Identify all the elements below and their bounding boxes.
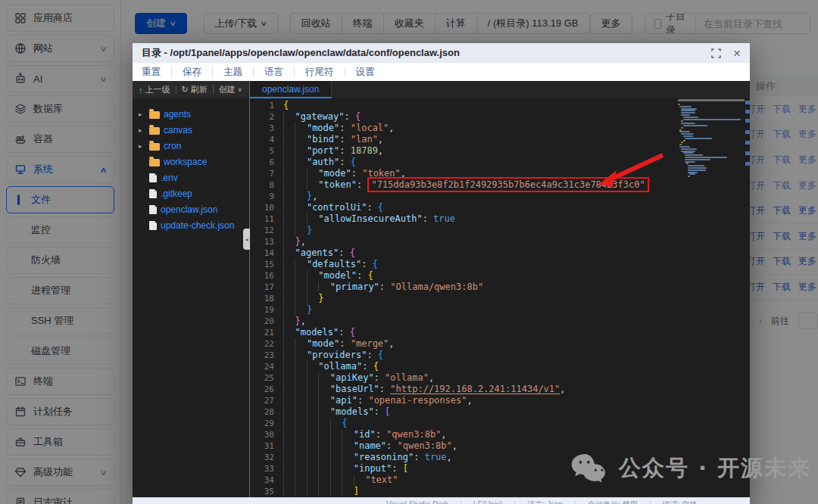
line-number: 18 [250, 293, 283, 304]
expand-arrow-icon[interactable]: ▸ [139, 110, 145, 118]
code-line: 3 "mode": "local", [250, 123, 750, 134]
status-item-2: 语言: Json [527, 499, 563, 504]
line-number: 19 [250, 304, 283, 316]
editor-toolbar-5[interactable]: 设置 [356, 66, 375, 79]
editor-toolbar: 重置保存主题语言行尾符设置 [133, 63, 750, 81]
line-number: 31 [250, 440, 283, 452]
line-number: 24 [250, 361, 283, 372]
tree-header: ↑ 上一级 ↻ 刷新 创建 ∨ [133, 81, 249, 98]
code-line: 21 "models": { [250, 327, 750, 338]
editor-toolbar-3[interactable]: 语言 [264, 66, 283, 79]
modal-header: 目录 - /opt/1panel/apps/openclaw/openclaw/… [133, 43, 750, 63]
status-item-4: 缩进: 空格 [663, 499, 698, 504]
tree-item-.env[interactable]: .env [133, 170, 249, 185]
up-level-button[interactable]: ↑ 上一级 [139, 84, 170, 95]
code-line: 26 "baseUrl": "http://192.168.2.241:1143… [250, 384, 750, 395]
line-number: 35 [250, 486, 283, 497]
code-line: 6 "auth": { [250, 157, 750, 168]
line-number: 11 [250, 213, 283, 225]
line-number: 12 [250, 225, 283, 236]
code-line: 34 "text" [250, 474, 750, 486]
line-number: 30 [250, 429, 283, 440]
tree-item-label: openclaw.json [161, 204, 217, 215]
minimap[interactable] [678, 99, 745, 178]
status-item-3: 自动换行: 禁用 [588, 499, 638, 504]
editor-modal: 目录 - /opt/1panel/apps/openclaw/openclaw/… [133, 43, 750, 504]
line-number: 23 [250, 350, 283, 361]
folder-icon [149, 143, 160, 151]
code-line: 16 "model": { [250, 270, 750, 282]
file-icon [149, 173, 157, 182]
tree-item-label: agents [164, 109, 191, 120]
code-line: 32 "reasoning": true, [250, 452, 750, 463]
file-icon [149, 221, 157, 230]
expand-arrow-icon[interactable]: ▸ [139, 126, 145, 134]
line-number: 21 [250, 327, 283, 338]
code-line: 17 "primary": "Ollama/qwen3:8b" [250, 282, 750, 293]
editor-toolbar-0[interactable]: 重置 [142, 66, 161, 79]
editor-toolbar-4[interactable]: 行尾符 [305, 66, 334, 79]
tree-item-update-check.json[interactable]: update-check.json [133, 217, 249, 233]
tree-item-label: canvas [164, 125, 192, 135]
code-line: 8 "token": "715dda93b3e8f2b1f2492935b7b6… [250, 179, 750, 191]
code-line: 35 ] [250, 486, 750, 497]
code-line: 12 } [250, 225, 750, 236]
arrow-up-icon: ↑ [139, 86, 143, 95]
tree-item-workspace[interactable]: workspace [133, 154, 249, 170]
line-number: 9 [250, 191, 283, 202]
code-line: 31 "name": "qwen3:8b", [250, 440, 750, 452]
editor-tab-bar: openclaw.json [250, 81, 750, 98]
code-line: 19 } [250, 304, 750, 316]
code-line: 13 }, [250, 236, 750, 247]
panel-collapse-handle[interactable]: ◂ [243, 229, 250, 250]
code-line: 18 } [250, 293, 750, 304]
code-line: 23 "providers": { [250, 350, 750, 361]
code-line: 11 "allowInsecureAuth": true [250, 213, 750, 225]
line-number: 13 [250, 236, 283, 247]
tree-item-openclaw.json[interactable]: openclaw.json [133, 201, 249, 217]
code-line: 27 "api": "openai-responses", [250, 395, 750, 406]
editor-toolbar-2[interactable]: 主题 [223, 66, 242, 79]
tree-item-label: .env [161, 173, 178, 183]
overview-ruler [745, 98, 750, 497]
code-line: 30 "id": "qwen3:8b", [250, 429, 750, 440]
tree-item-label: .gitkeep [161, 188, 192, 199]
line-number: 7 [250, 168, 283, 179]
code-line: 33 "input": [ [250, 463, 750, 474]
code-line: 4 "bind": "lan", [250, 134, 750, 145]
line-number: 26 [250, 384, 283, 395]
code-line: 29 { [250, 418, 750, 429]
file-icon [149, 205, 157, 214]
line-number: 3 [250, 123, 283, 134]
line-number: 4 [250, 134, 283, 145]
line-number: 15 [250, 259, 283, 270]
refresh-button[interactable]: ↻ 刷新 [182, 84, 208, 95]
tree-item-.gitkeep[interactable]: .gitkeep [133, 185, 249, 201]
tree-item-label: update-check.json [161, 220, 234, 231]
line-number: 2 [250, 111, 283, 123]
file-icon [149, 189, 157, 198]
code-line: 20 }, [250, 316, 750, 327]
close-icon[interactable]: × [733, 47, 741, 60]
editor-toolbar-1[interactable]: 保存 [183, 66, 201, 79]
tree-item-cron[interactable]: ▸cron [133, 138, 249, 154]
code-editor[interactable]: 1{2 "gateway": {3 "mode": "local",4 "bin… [250, 98, 750, 497]
folder-icon [149, 159, 160, 166]
code-line: 28 "models": [ [250, 406, 750, 418]
fullscreen-icon[interactable] [711, 48, 721, 58]
code-line: 2 "gateway": { [250, 111, 750, 123]
line-number: 22 [250, 338, 283, 350]
line-number: 14 [250, 247, 283, 259]
tree-item-canvas[interactable]: ▸canvas [133, 122, 249, 138]
tree-item-agents[interactable]: ▸agents [133, 106, 249, 122]
line-number: 17 [250, 282, 283, 293]
line-number: 28 [250, 406, 283, 418]
expand-arrow-icon[interactable]: ▸ [139, 142, 145, 150]
tree-create-button[interactable]: 创建 ∨ [219, 84, 242, 95]
editor-status-bar: Visual Studio DarkLF(Unix)语言: Json自动换行: … [133, 497, 750, 504]
folder-icon [149, 111, 160, 119]
tab-openclaw-json[interactable]: openclaw.json [250, 81, 332, 98]
file-tree-panel: ↑ 上一级 ↻ 刷新 创建 ∨ ▸agents▸canvas▸cronworks… [133, 81, 250, 497]
status-item-0: Visual Studio Dark [386, 500, 448, 504]
code-line: 10 "controlUi": { [250, 202, 750, 213]
